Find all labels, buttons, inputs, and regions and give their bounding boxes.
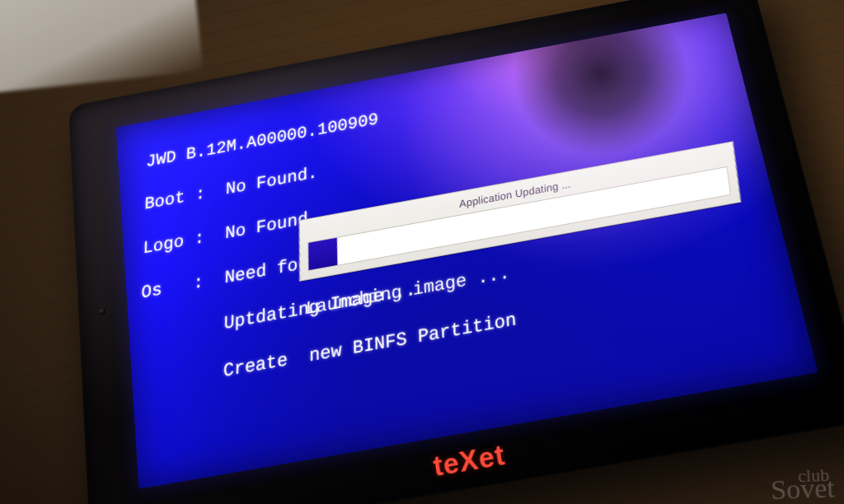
device-bezel: JWD B.12M.A00000.100909 Boot : No Found.… xyxy=(68,0,844,504)
scene: JWD B.12M.A00000.100909 Boot : No Found.… xyxy=(0,0,844,504)
brand-text-suffix: et xyxy=(476,438,508,474)
tablet-device: JWD B.12M.A00000.100909 Boot : No Found.… xyxy=(68,0,844,504)
boot-screen: JWD B.12M.A00000.100909 Boot : No Found.… xyxy=(116,13,818,489)
front-camera-icon xyxy=(99,307,106,315)
progress-bar-fill xyxy=(308,238,337,270)
brand-text-x: X xyxy=(457,443,481,478)
device-brand-logo: teXet xyxy=(431,438,508,483)
brand-text-prefix: te xyxy=(431,446,462,483)
